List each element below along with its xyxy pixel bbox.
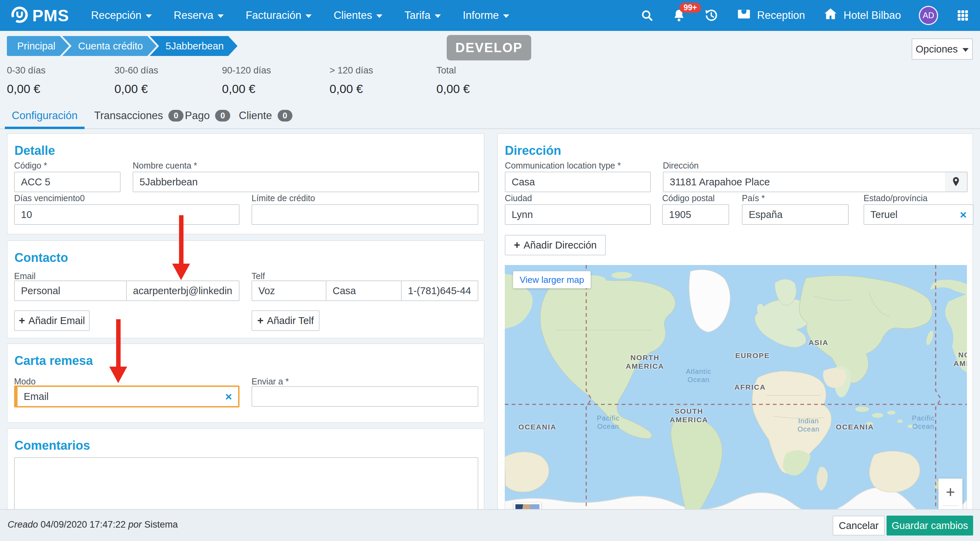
communication-location-type-label: Communication location type *: [505, 161, 621, 171]
nav-item-recepcion[interactable]: Recepción: [91, 9, 151, 22]
google-map[interactable]: NORTH AMERICA EUROPE ASIA AFRICA SOUTH A…: [505, 265, 967, 533]
notification-count-badge: 99+: [679, 3, 701, 13]
direccion-card: Dirección Communication location type * …: [497, 133, 973, 541]
breadcrumb-current[interactable]: 5Jabberbean: [150, 36, 237, 56]
chevron-down-icon: [503, 14, 509, 18]
breadcrumb: Principal Cuenta crédito 5Jabberbean: [7, 36, 237, 56]
save-button[interactable]: Guardar cambios: [886, 516, 973, 536]
add-telf-button[interactable]: +Añadir Telf: [251, 310, 320, 331]
enviar-a-label: Enviar a *: [251, 377, 289, 387]
nav-item-clientes[interactable]: Clientes: [334, 9, 382, 22]
annotation-arrow-modo-head: [109, 366, 127, 383]
telf-type-input[interactable]: [251, 281, 326, 301]
breadcrumb-cuenta-credito[interactable]: Cuenta crédito: [62, 36, 157, 56]
apps-grid-icon[interactable]: [956, 9, 970, 22]
nav-item-tarifa[interactable]: Tarifa: [404, 9, 441, 22]
created-por: por: [128, 519, 142, 530]
ciudad-input[interactable]: [505, 204, 651, 225]
chevron-down-icon: [376, 14, 382, 18]
pms-app: PMS Recepción Reserva Facturación Client…: [0, 0, 980, 541]
workspace-chip[interactable]: Reception: [737, 6, 805, 24]
limite-credito-input[interactable]: [251, 204, 478, 225]
pms-logo-icon: [10, 5, 29, 25]
codigo-postal-input[interactable]: [662, 204, 729, 225]
plus-icon: +: [514, 239, 520, 251]
hotel-chip[interactable]: Hotel Bilbao: [823, 6, 901, 24]
notifications-bell-icon[interactable]: 99+: [672, 8, 686, 23]
nav-item-facturacion[interactable]: Facturación: [246, 9, 312, 22]
direccion-label: Dirección: [663, 161, 698, 171]
aging-value: 0,00 €: [222, 82, 271, 96]
annotation-arrow-email: [179, 215, 183, 265]
telf-number-input[interactable]: [401, 281, 478, 301]
aging-value: 0,00 €: [115, 82, 158, 96]
workspace-label: Reception: [757, 9, 805, 22]
footer-bar: Creado 04/09/2020 17:47:22 por Sistema C…: [0, 509, 980, 541]
aging-label: Total: [436, 65, 470, 76]
clear-icon[interactable]: ×: [225, 391, 232, 402]
created-info: Creado 04/09/2020 17:47:22 por Sistema: [8, 519, 178, 530]
view-larger-map-button[interactable]: View larger map: [513, 271, 591, 288]
top-nav: PMS Recepción Reserva Facturación Client…: [0, 0, 980, 31]
carta-remesa-card: Carta remesa Modo Email × Enviar a *: [7, 343, 485, 423]
estado-provincia-label: Estado/província: [864, 193, 928, 203]
codigo-input[interactable]: [14, 171, 121, 192]
communication-location-type-input[interactable]: [505, 171, 651, 192]
estado-provincia-value: Teruel: [870, 209, 897, 221]
card-title: Contacto: [14, 251, 68, 265]
estado-provincia-field[interactable]: Teruel ×: [864, 204, 974, 225]
telf-label: Telf: [251, 271, 265, 281]
card-title: Carta remesa: [14, 354, 93, 368]
nav-item-reserva[interactable]: Reserva: [174, 9, 224, 22]
direccion-input[interactable]: [663, 171, 946, 192]
map-pin-icon: [950, 176, 962, 188]
user-avatar[interactable]: AD: [919, 6, 938, 25]
email-type-input[interactable]: [14, 281, 127, 301]
tab-bar: Configuración Transacciones0 Pago0 Clien…: [0, 103, 980, 129]
chevron-down-icon: [435, 14, 441, 18]
tab-cliente[interactable]: Cliente0: [239, 103, 293, 129]
top-nav-right: 99+ Reception Hotel Bilbao AD: [640, 6, 970, 25]
tab-count-badge: 0: [169, 110, 183, 122]
modo-field[interactable]: Email ×: [14, 386, 240, 408]
environment-badge: DEVELOP: [447, 35, 531, 60]
email-address-input[interactable]: [126, 281, 240, 301]
clear-icon[interactable]: ×: [960, 209, 967, 221]
email-label: Email: [14, 271, 36, 281]
chevron-down-icon: [146, 14, 152, 18]
map-pin-button[interactable]: [945, 171, 967, 192]
nav-item-informe[interactable]: Informe: [463, 9, 509, 22]
breadcrumb-principal[interactable]: Principal: [7, 36, 69, 56]
aging-column: Total 0,00 €: [436, 65, 470, 96]
chevron-down-icon: [305, 14, 312, 18]
aging-column: 0-30 días 0,00 €: [7, 65, 46, 96]
enviar-a-input[interactable]: [251, 386, 478, 407]
pms-logo[interactable]: PMS: [10, 5, 69, 25]
dias-vencimiento-input[interactable]: [14, 204, 240, 225]
aging-column: > 120 días 0,00 €: [329, 65, 373, 96]
detalle-card: Detalle Código * Nombre cuenta * Días ve…: [7, 133, 485, 235]
add-email-button[interactable]: +Añadir Email: [14, 310, 90, 331]
annotation-arrow-email-head: [172, 263, 190, 280]
plus-icon: +: [258, 314, 264, 327]
telf-location-input[interactable]: [326, 281, 402, 301]
zoom-in-button[interactable]: +: [939, 479, 963, 505]
card-title: Comentarios: [14, 438, 90, 453]
chevron-down-icon: [963, 48, 969, 52]
contacto-card: Contacto Email Telf +Añadir Email +Añadi…: [7, 240, 485, 338]
options-button[interactable]: Opciones: [912, 38, 973, 60]
search-icon[interactable]: [640, 9, 654, 22]
tab-count-badge: 0: [278, 110, 293, 122]
plus-icon: +: [19, 314, 25, 327]
history-icon[interactable]: [704, 8, 719, 23]
aging-label: > 120 días: [329, 65, 373, 76]
add-direccion-button[interactable]: +Añadir Dirección: [505, 235, 606, 255]
pais-input[interactable]: [742, 204, 849, 225]
modo-value: Email: [24, 391, 49, 402]
tab-pago[interactable]: Pago0: [185, 103, 230, 129]
tab-transacciones[interactable]: Transacciones0: [94, 103, 183, 129]
pms-logo-text: PMS: [32, 6, 69, 25]
tab-configuracion[interactable]: Configuración: [5, 103, 84, 129]
nombre-cuenta-input[interactable]: [133, 171, 479, 192]
cancel-button[interactable]: Cancelar: [833, 516, 885, 536]
